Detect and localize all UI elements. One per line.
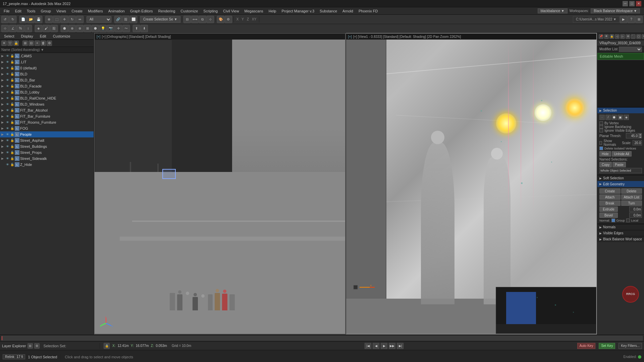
open-btn[interactable]: 📂 <box>27 16 35 23</box>
bevel-input[interactable] <box>629 213 642 218</box>
sel-edge-btn[interactable]: / <box>605 115 611 120</box>
scene-item-street-buildings[interactable]: ▶ 👁 🔓 L Street_Buildings <box>0 143 94 149</box>
viewport-view1[interactable]: [+] [+] [View1 - 0.8333] [Standard] [Def… <box>346 33 597 335</box>
attach-list-btn[interactable]: Attach List <box>621 194 642 200</box>
rp-expand-btn[interactable]: ⬛ <box>631 34 636 39</box>
help-btn[interactable]: ? <box>628 16 635 23</box>
rp-settings-btn[interactable]: ⚙ <box>626 34 630 39</box>
rp-black-balance-header[interactable]: ▶ Black Balance Worl space <box>597 236 644 242</box>
maximize-btn[interactable]: □ <box>629 1 635 6</box>
bind-space-btn[interactable]: ⬜ <box>130 16 137 23</box>
angle-snap-btn[interactable]: ∠ <box>9 25 16 32</box>
path-display[interactable]: C:\Users\A...s Max 2022 ▼ <box>573 16 620 23</box>
render-btn[interactable]: 🎨 <box>217 16 224 23</box>
edit-tab[interactable]: Edit <box>38 34 48 39</box>
copy-btn[interactable]: Copy <box>599 162 612 167</box>
paint-btn[interactable]: 🖌 <box>43 25 50 32</box>
menu-customize[interactable]: Customize <box>178 8 200 14</box>
key-filters-btn[interactable]: Key Filters... <box>619 343 642 349</box>
render-setup-btn[interactable]: ⚙ <box>225 16 232 23</box>
scene-item-lit[interactable]: ▶ 👁 🔓 L .LIT <box>0 59 94 65</box>
scene-item-bld-windows[interactable]: ▶ 👁 🔓 L BLD_Windows <box>0 101 94 107</box>
menu-scripting[interactable]: Scripting <box>201 8 220 14</box>
scene-item-bld-facade[interactable]: ▶ 👁 🔓 L BLD_Facade <box>0 83 94 89</box>
scene-item-street-asphalt[interactable]: ▶ 👁 🔓 L Street_Asphalt <box>0 137 94 143</box>
rp-edit-geometry-header[interactable]: ▶ Edit Geometry <box>597 181 644 187</box>
attach-btn[interactable]: Attach <box>599 194 621 200</box>
array-btn[interactable]: ⧉ <box>199 16 206 23</box>
show-normals-cb[interactable] <box>599 141 602 145</box>
menu-tools[interactable]: Tools <box>24 8 38 14</box>
paste-btn[interactable]: Paste <box>612 162 626 167</box>
spinner-snap-btn[interactable]: ↕ <box>24 25 32 32</box>
scene-close-btn[interactable]: ✕ <box>1 41 7 46</box>
menu-substance[interactable]: Substance <box>317 8 339 14</box>
path-expand-btn[interactable]: ▶ <box>620 16 627 23</box>
menu-project-manager[interactable]: Project Manager v.3 <box>279 8 317 14</box>
scene-item-fit-bar-alcohol[interactable]: ▶ 👁 🔓 L FIT_Bar_Alcohol <box>0 107 94 113</box>
delete-btn[interactable]: Delete <box>621 188 642 194</box>
minimize-btn[interactable]: ─ <box>623 1 628 6</box>
menu-megascans[interactable]: Megascans <box>242 8 266 14</box>
menu-group[interactable]: Group <box>38 8 53 14</box>
scale-input[interactable] <box>633 140 642 145</box>
turn-btn[interactable]: Turn <box>621 200 642 206</box>
break-btn[interactable]: Break <box>599 200 621 206</box>
rp-close-btn[interactable]: ✕ <box>642 34 644 39</box>
rotate-btn[interactable]: ↻ <box>68 16 76 23</box>
scene-collapse-btn[interactable]: ⊟ <box>29 41 34 46</box>
scene-item-bld-railclone[interactable]: ▶ 👁 🔓 L BLD_RailClone_HIDE <box>0 95 94 101</box>
scene-item-bld-bar[interactable]: ▶ 👁 🔓 L BLD_Bar <box>0 77 94 83</box>
scatter-btn[interactable]: ⊛ <box>76 25 84 32</box>
menu-modifiers[interactable]: Modifiers <box>86 8 105 14</box>
scene-item-fit-rooms-furniture[interactable]: ▶ 👁 🔓 L FIT_Rooms_Furniture <box>0 119 94 125</box>
sel-border-btn[interactable]: ⬟ <box>611 115 617 120</box>
rp-pin-btn[interactable]: 📌 <box>599 34 603 39</box>
helper-btn[interactable]: ✛ <box>115 25 122 32</box>
workspace-dropdown[interactable]: Black Balance Workspace ▼ <box>591 8 640 13</box>
create-btn[interactable]: Create <box>599 188 621 194</box>
named-sel-input[interactable] <box>599 168 642 173</box>
rp-selection-header[interactable]: ▶ Selection <box>597 107 644 113</box>
scene-filter-btn[interactable]: ▽ <box>7 41 13 46</box>
anim-start-btn[interactable]: |◀ <box>365 343 371 349</box>
scale-btn[interactable]: ⇔ <box>76 16 84 23</box>
scene-new-layer-btn[interactable]: + <box>35 41 40 46</box>
scene-item-z-hide[interactable]: 👁 🔓 L Z_Hide <box>0 162 94 168</box>
constraint-btn[interactable]: ⛓ <box>50 25 58 32</box>
ignore-backfacing-cb[interactable] <box>599 125 603 129</box>
viewport-ortho[interactable]: [+] [+] [Orthographic] [Standard] [Defau… <box>94 33 346 335</box>
boolean-btn[interactable]: ⊕ <box>68 25 76 32</box>
up-btn[interactable]: ⬆ <box>133 25 140 32</box>
extrude-input[interactable] <box>629 206 642 212</box>
scene-item-fit-bar-furniture[interactable]: ▶ 👁 🔓 L FIT_Bar_Furniture <box>0 113 94 119</box>
sel-element-btn[interactable]: ◈ <box>624 115 629 120</box>
menu-rendering[interactable]: Rendering <box>156 8 178 14</box>
sel-vertex-btn[interactable]: · <box>599 115 605 120</box>
scene-item-default[interactable]: ▶ 👁 🔓 L 0 (default) <box>0 65 94 71</box>
set-key-btn[interactable]: Set Key <box>599 343 615 349</box>
undo-btn[interactable]: ↺ <box>1 16 9 23</box>
scene-item-bld-lobby[interactable]: ▶ 👁 🔓 L BLD_Lobby <box>0 89 94 95</box>
layer-explorer-icon-btn[interactable]: ⊞ <box>28 343 33 349</box>
shape-merge-btn[interactable]: ⬟ <box>61 25 68 32</box>
menu-arnold[interactable]: Arnold <box>340 8 356 14</box>
close-btn[interactable]: ✕ <box>636 1 641 6</box>
select-tab[interactable]: Select <box>2 34 16 39</box>
rp-eye-btn[interactable]: 👁 <box>604 34 609 39</box>
layer-explorer-settings-btn[interactable]: ⚙ <box>34 343 40 349</box>
percent-snap-btn[interactable]: % <box>17 25 24 32</box>
scene-item-street-sidewalk[interactable]: ▶ 👁 🔓 L Street_Sidewalk <box>0 156 94 162</box>
scene-delete-btn[interactable]: 🗑 <box>41 41 46 46</box>
display-tab[interactable]: Display <box>19 34 35 39</box>
create-selection-dropdown[interactable]: Create Selection Se ▼ <box>140 16 180 23</box>
vp-ortho-plus[interactable]: [+] <box>97 35 100 39</box>
select-region-btn[interactable]: ⬚ <box>53 16 60 23</box>
unhide-all-btn[interactable]: Unhide All <box>612 151 632 157</box>
spacewarp-btn[interactable]: 〜 <box>122 25 130 32</box>
menu-help[interactable]: Help <box>266 8 279 14</box>
selection-filter-dropdown[interactable]: All Geometry Shapes Lights Cameras <box>87 16 111 23</box>
rp-collapse-btn[interactable]: ▢ <box>636 34 641 39</box>
anim-play-btn[interactable]: ▶ <box>381 343 387 349</box>
mirror-btn[interactable]: ⟺ <box>191 16 199 23</box>
